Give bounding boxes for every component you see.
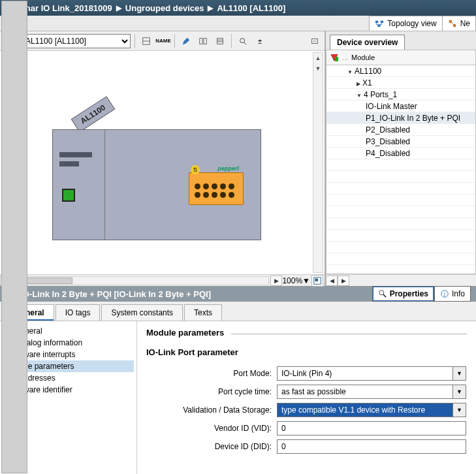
- breadcrumb-2[interactable]: Ungrouped devices: [125, 3, 204, 13]
- svg-rect-17: [315, 278, 318, 281]
- tab-sysconst[interactable]: System constants: [101, 304, 183, 321]
- tree-row-iomaster[interactable]: IO-Link Master: [326, 101, 475, 112]
- zoom-reset-button[interactable]: ±: [253, 34, 267, 48]
- tab-texts[interactable]: Texts: [184, 304, 222, 321]
- tree-row-p2[interactable]: P2_Disabled: [326, 124, 475, 136]
- config-icon: [329, 52, 340, 63]
- svg-rect-2: [378, 25, 381, 27]
- row-cycle-time: Port cycle time: as fast as possible ▼: [146, 385, 467, 399]
- device-overview-panel: Device overview … Module AL1100 X1 4 Por…: [326, 31, 476, 286]
- canvas-h-scrollbar[interactable]: [25, 276, 269, 285]
- column-module[interactable]: Module: [351, 54, 375, 61]
- plus-minus-icon: ±: [258, 37, 262, 45]
- tool-btn-2[interactable]: [179, 34, 193, 48]
- label-validation: Validation / Data Storage:: [146, 405, 277, 415]
- module-status-icon: S: [191, 165, 200, 174]
- zoom-button[interactable]: [236, 34, 250, 48]
- device-id-input[interactable]: 0: [277, 439, 466, 454]
- device-bar: [59, 152, 92, 157]
- device-graphic[interactable]: S pepperl: [52, 129, 261, 240]
- row-vendor-id: Vendor ID (VID): 0: [146, 421, 467, 435]
- svg-rect-4: [453, 24, 456, 27]
- scroll-right-button[interactable]: ▶: [270, 276, 282, 286]
- overview-icon: [313, 276, 322, 285]
- tree-row-p4[interactable]: P4_Disabled: [326, 148, 475, 159]
- scroll-left-button[interactable]: ◀: [326, 276, 338, 286]
- overview-button[interactable]: [311, 275, 323, 287]
- tree-row-x1[interactable]: X1: [326, 77, 475, 89]
- zoom-dropdown-button[interactable]: ▼: [302, 276, 310, 285]
- svg-rect-0: [375, 21, 378, 24]
- chevron-down-icon[interactable]: ▼: [453, 385, 466, 399]
- tree-row-ports[interactable]: 4 Ports_1: [326, 89, 475, 101]
- tree-row-p3[interactable]: P3_Disabled: [326, 136, 475, 148]
- device-tree[interactable]: AL1100 X1 4 Ports_1 IO-Link Master P1_IO…: [326, 65, 476, 274]
- canvas-zone: AL1100 [AL1100] NAME ± ▲ ▼ AL1100: [0, 31, 326, 286]
- properties-tab[interactable]: Properties: [372, 286, 434, 302]
- chevron-down-icon[interactable]: ▼: [453, 366, 466, 381]
- svg-rect-3: [449, 20, 451, 23]
- zoom-icon: [238, 37, 247, 46]
- svg-rect-1: [381, 21, 383, 24]
- layout-icon: [198, 37, 208, 46]
- device-tag[interactable]: AL1100: [71, 96, 115, 132]
- network-view-button[interactable]: Ne: [442, 16, 476, 31]
- tool-btn-3[interactable]: [196, 34, 210, 48]
- main-area: AL1100 [AL1100] NAME ± ▲ ▼ AL1100: [0, 31, 476, 286]
- view-switcher: Topology view Ne: [0, 16, 476, 31]
- device-port[interactable]: [62, 189, 75, 202]
- canvas[interactable]: ▲ ▼ AL1100 S pepperl: [0, 51, 325, 274]
- svg-rect-18: [335, 57, 338, 61]
- topology-view-button[interactable]: Topology view: [369, 16, 442, 31]
- svg-point-19: [379, 291, 383, 295]
- properties-icon: [378, 289, 387, 298]
- svg-rect-10: [217, 38, 223, 44]
- canvas-h-scrollbar-row: ◀ ≡ ▶ 100% ▼: [0, 274, 325, 286]
- canvas-toolbar: AL1100 [AL1100] NAME ±: [0, 31, 325, 51]
- toolbar-sep: [135, 34, 135, 48]
- breadcrumb-sep: ▶: [116, 4, 121, 12]
- label-device-id: Device ID (DID):: [146, 442, 277, 451]
- topology-label: Topology view: [387, 19, 436, 28]
- network-label: Ne: [460, 19, 470, 28]
- tab-iotags[interactable]: IO tags: [56, 304, 101, 321]
- device-select[interactable]: AL1100 [AL1100]: [20, 34, 131, 48]
- device-bar: [59, 161, 79, 166]
- device-overview-tabrow: Device overview: [326, 31, 476, 50]
- property-content: Module parameters IO-Link Port parameter…: [137, 321, 476, 474]
- name-icon: NAME: [155, 38, 171, 44]
- row-device-id: Device ID (DID): 0: [146, 439, 467, 454]
- tool-btn-4[interactable]: [213, 34, 227, 48]
- info-icon: i: [440, 289, 449, 298]
- scroll-up-icon[interactable]: ▲: [313, 53, 323, 63]
- toolbar-sep: [231, 34, 232, 48]
- tree-row-p1[interactable]: P1_IO-Link In 2 Byte + PQI: [326, 112, 475, 124]
- device-left-section: [53, 130, 105, 240]
- device-overview-tab[interactable]: Device overview: [330, 35, 405, 50]
- chevron-down-icon[interactable]: ▼: [453, 403, 466, 417]
- label-vendor-id: Vendor ID (VID):: [146, 424, 277, 433]
- io-module-graphic[interactable]: S pepperl: [189, 172, 244, 205]
- svg-line-5: [452, 23, 453, 24]
- collapse-button[interactable]: [308, 34, 322, 48]
- tool-btn-name[interactable]: NAME: [156, 34, 170, 48]
- info-tab[interactable]: i Info: [434, 286, 471, 302]
- toolbar-sep: [174, 34, 175, 48]
- selection-title: P1_IO-Link In 2 Byte + PQI [IO-Link In 2…: [5, 289, 211, 299]
- tool-btn-1[interactable]: [139, 34, 153, 48]
- cycle-time-select[interactable]: as fast as possible: [277, 385, 453, 399]
- validation-select[interactable]: type compatible V1.1 device with Restore: [277, 403, 453, 417]
- port-mode-select[interactable]: IO-Link (Pin 4): [277, 366, 453, 381]
- vendor-id-input[interactable]: 0: [277, 421, 466, 435]
- tree-header: … Module: [326, 50, 476, 65]
- content-heading: Module parameters: [146, 328, 467, 340]
- canvas-v-scrollbar[interactable]: ▲ ▼: [313, 52, 323, 273]
- scroll-down-icon[interactable]: ▼: [313, 63, 323, 74]
- breadcrumb-3[interactable]: AL1100 [AL1100]: [217, 3, 285, 13]
- scroll-right-button[interactable]: ▶: [338, 276, 349, 286]
- grid-icon: [142, 37, 151, 46]
- topology-icon: [375, 19, 384, 28]
- tree-row-al1100[interactable]: AL1100: [326, 65, 475, 77]
- module-ports-icon: [195, 183, 238, 198]
- zoom-value[interactable]: 100%: [282, 276, 302, 285]
